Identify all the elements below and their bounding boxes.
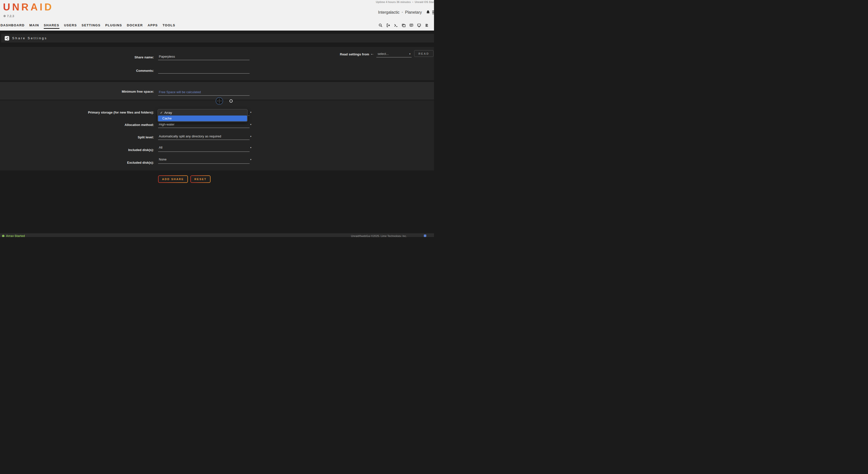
check-icon: ✓ [160,111,163,114]
header: UNRAID 7.2.3 Uptime 4 hours 36 minutes•U… [0,0,434,31]
share-name-input[interactable] [158,53,250,60]
menu-hamburger-icon[interactable] [432,10,434,15]
language-flag-icon[interactable] [424,235,426,237]
nav-item-shares[interactable]: SHARES [44,23,59,29]
nav-item-plugins[interactable]: PLUGINS [105,23,122,29]
split-level-value: Automatically split any directory as req… [158,133,250,140]
dropdown-caret-icon: ▼ [250,159,252,161]
toolbar-icons [378,23,434,27]
server-description: Planetary [405,10,422,15]
comments-field [158,67,250,73]
dropdown-caret-icon: ▼ [250,111,252,113]
split-level-label: Split level: [0,135,154,139]
excluded-disks-label: Excluded disk(s): [0,161,154,165]
primary-storage-label: Primary storage (for new files and folde… [0,110,154,114]
dropdown-caret-icon: ▼ [250,135,252,137]
dropdown-option-array[interactable]: ✓Array [158,110,247,115]
section-identity [0,47,434,80]
read-settings-select-value: select... [376,50,412,57]
array-status-icon [2,235,4,237]
included-disks-label: Included disk(s): [0,148,154,152]
min-free-space-input[interactable] [158,89,250,95]
theme-moon-icon[interactable] [433,23,434,27]
main-nav: DASHBOARD MAIN SHARES USERS SETTINGS PLU… [0,23,175,29]
dropdown-caret-icon: ▼ [409,53,411,55]
move-cursor-icon [216,97,223,106]
min-free-space-label: Minimum free space: [0,90,154,94]
logout-icon[interactable] [386,23,390,27]
log-icon[interactable] [425,23,429,27]
unraid-logo: UNRAID [3,1,54,13]
share-name-field [158,53,250,60]
allocation-method-label: Allocation method: [0,123,154,127]
dropdown-caret-icon: ▼ [250,146,252,149]
included-disks-value: All [158,145,250,150]
page-title-bar: Share Settings [1,34,434,42]
pointer-ring-icon [229,99,232,103]
read-settings-label: Read settings from [318,53,369,56]
search-icon[interactable] [378,23,382,27]
footer: Array Started Unraid®webGui ©2025, Lime … [0,233,434,237]
excluded-disks-select[interactable]: None ▼ [158,157,250,164]
share-icon[interactable] [5,36,9,40]
form-actions: ADD SHARE RESET [158,175,211,183]
server-name[interactable]: Intergalactic [378,10,399,15]
share-settings-page: Share Settings Share name: Read settings… [0,31,434,233]
excluded-disks-value: None [158,157,250,162]
dropdown-option-cache[interactable]: Cache [158,115,247,121]
array-status-text: Array Started [6,234,25,237]
os-plan: Starter [429,0,434,3]
copyright-text: Unraid®webGui ©2025, Lime Technology, In… [351,235,407,237]
split-level-select[interactable]: Automatically split any directory as req… [158,133,250,140]
array-status[interactable]: Array Started [2,234,25,237]
screen: UNRAID 7.2.3 Uptime 4 hours 36 minutes•U… [0,0,434,237]
allocation-method-value: High-water [158,121,250,128]
nav-item-dashboard[interactable]: DASHBOARD [0,23,25,29]
primary-storage-dropdown: ✓Array Cache [158,109,248,122]
share-name-label: Share name: [0,56,154,59]
nav-item-tools[interactable]: TOOLS [162,23,176,29]
notifications-bell-icon[interactable] [426,10,430,15]
nav-item-users[interactable]: USERS [64,23,77,29]
comments-label: Comments: [0,69,154,73]
nav-item-docker[interactable]: DOCKER [127,23,143,29]
nav-item-apps[interactable]: APPS [148,23,158,29]
page-title: Share Settings [12,36,47,40]
included-disks-select[interactable]: All ▼ [158,145,250,152]
copy-icon[interactable] [402,23,406,27]
min-free-space-field [158,89,250,96]
arrow-left-icon: ← [370,52,374,56]
server-identity: Intergalactic • Planetary [378,10,434,15]
dropdown-caret-icon: ▼ [250,123,252,126]
uptime-text: Uptime 4 hours 36 minutes [376,0,411,3]
read-button[interactable]: READ [414,50,434,57]
nav-item-main[interactable]: MAIN [29,23,39,29]
os-name: Unraid OS [414,0,428,3]
comments-input[interactable] [158,67,250,73]
version-number: 7.2.3 [7,14,14,18]
allocation-method-select[interactable]: High-water ▼ [158,121,250,128]
uptime-line: Uptime 4 hours 36 minutes•Unraid OS Star… [376,0,434,3]
reset-button[interactable]: RESET [190,175,211,183]
add-share-button[interactable]: ADD SHARE [158,175,188,183]
separator: • [402,11,403,14]
feedback-chat-icon[interactable] [409,23,413,27]
terminal-icon[interactable] [394,23,398,27]
version-icon [3,15,6,17]
separator: • [412,0,413,3]
version-badge: 7.2.3 [3,14,14,18]
read-settings-select[interactable]: select... ▼ [376,50,412,57]
display-settings-icon[interactable] [417,23,421,27]
nav-item-settings[interactable]: SETTINGS [82,23,100,29]
